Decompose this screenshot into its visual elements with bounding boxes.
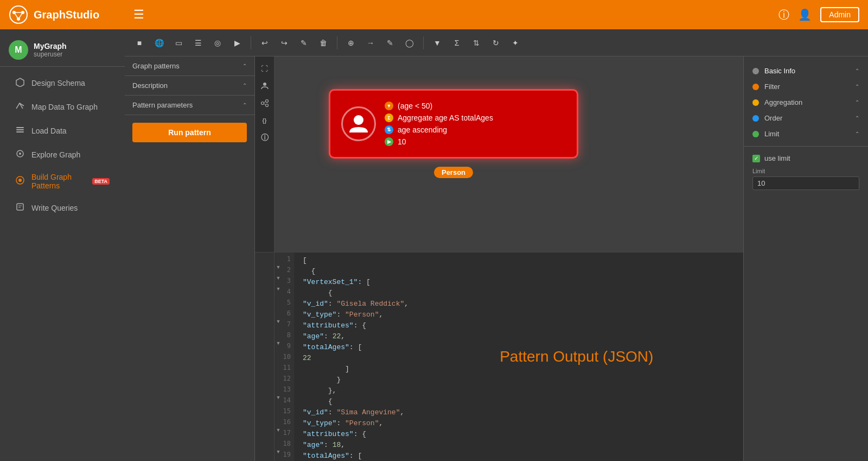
toolbar-refresh-btn[interactable]: ↻ — [488, 35, 504, 51]
line-toggle[interactable]: ▼ — [275, 449, 282, 454]
sidebar-item-map-data[interactable]: Map Data To Graph — [4, 96, 120, 118]
sidebar-item-explore-graph[interactable]: Explore Graph — [4, 143, 120, 166]
pattern-parameters-label: Pattern parameters — [132, 101, 193, 109]
line-toggle[interactable]: ▼ — [275, 427, 282, 433]
right-panel-order[interactable]: Order ⌃ — [744, 110, 868, 126]
info-btn[interactable]: ⓘ — [257, 130, 272, 146]
toolbar-star-btn[interactable]: ✦ — [507, 35, 524, 51]
user-info: MyGraph superuser — [34, 42, 67, 58]
middle-area: ⛶ {} ⓘ — [255, 56, 743, 461]
graph-canvas[interactable]: ▼ (age < 50) Σ Aggregate age AS totalAge… — [275, 56, 743, 252]
graph-patterns-header[interactable]: Graph patterns ⌃ — [125, 56, 254, 75]
sidebar-label-design-schema: Design Schema — [31, 79, 85, 87]
use-limit-checkbox[interactable]: ✓ — [752, 155, 760, 162]
explore-graph-icon — [15, 149, 25, 161]
line-toggle[interactable]: ▼ — [275, 264, 282, 270]
toolbar-redo-btn[interactable]: ↪ — [276, 35, 292, 51]
toolbar-add-btn[interactable]: ⊕ — [343, 35, 359, 51]
admin-button[interactable]: Admin — [820, 7, 859, 22]
right-panel-aggregation[interactable]: Aggregation ⌃ — [744, 94, 868, 110]
line-number: 16 — [282, 416, 294, 427]
brace: [ — [303, 256, 307, 264]
gutter-row: 12 — [275, 373, 294, 384]
svg-line-23 — [264, 102, 265, 103]
sidebar: M MyGraph superuser Design Schema Map Da… — [0, 29, 125, 461]
toolbar-pen-btn[interactable]: ✎ — [296, 35, 312, 51]
line-toggle[interactable]: ▼ — [275, 319, 282, 324]
gutter-row: 13 — [275, 384, 294, 395]
main-layout: M MyGraph superuser Design Schema Map Da… — [0, 29, 868, 461]
line-number: 8 — [282, 330, 294, 340]
gutter-row: ▼4 — [275, 286, 294, 297]
agg-badge: Σ — [385, 113, 393, 122]
avatar: M — [9, 40, 28, 60]
toolbar-sep-2 — [337, 36, 337, 49]
line-number: 5 — [282, 297, 294, 308]
user-role: superuser — [34, 50, 67, 58]
limit-input[interactable] — [752, 176, 859, 190]
svg-line-5 — [14, 12, 18, 19]
json-btn[interactable]: {} — [257, 113, 272, 128]
toolbar-list-btn[interactable]: ☰ — [190, 35, 206, 51]
line-toggle[interactable]: ▼ — [275, 395, 282, 400]
right-panel: Basic Info ⌃ Filter ⌃ Aggregation ⌃ Orde… — [743, 56, 868, 461]
line-number: 11 — [282, 362, 294, 373]
order-chevron: ⌃ — [855, 115, 859, 121]
toolbar-rect-btn[interactable]: ▭ — [170, 35, 187, 51]
toolbar-circle-btn[interactable]: ◯ — [401, 35, 418, 51]
gutter-row: 5 — [275, 297, 294, 308]
toolbar-delete-btn[interactable]: 🗑 — [315, 35, 331, 51]
toolbar-copy-btn[interactable]: ■ — [131, 35, 148, 51]
order-badge: ⇅ — [385, 125, 393, 134]
toolbar: ■ 🌐 ▭ ☰ ◎ ▶ ↩ ↪ ✎ 🗑 ⊕ → ✎ ◯ ▼ Σ ⇅ ↻ ✦ — [125, 29, 868, 56]
sidebar-item-build-graph-patterns[interactable]: Build Graph Patterns BETA — [4, 167, 120, 195]
gutter-row: ▼19 — [275, 449, 294, 460]
json-key: "v_type" — [303, 419, 336, 427]
gutter-row: 10 — [275, 351, 294, 362]
toolbar-filter-btn[interactable]: ▼ — [429, 35, 445, 51]
description-section: Description ⌃ — [125, 76, 254, 96]
toolbar-play-btn[interactable]: ▶ — [229, 35, 245, 51]
gutter-row: ▼2 — [275, 264, 294, 275]
run-pattern-button[interactable]: Run pattern — [132, 123, 247, 142]
sidebar-label-write-queries: Write Queries — [31, 204, 78, 212]
line-number: 19 — [282, 449, 294, 460]
right-panel-filter[interactable]: Filter ⌃ — [744, 79, 868, 94]
toolbar-sort-btn[interactable]: ⇅ — [468, 35, 484, 51]
line-number: 6 — [282, 308, 294, 319]
menu-icon[interactable]: ☰ — [133, 8, 778, 22]
svg-rect-11 — [16, 127, 24, 128]
nodes-btn[interactable] — [257, 96, 272, 111]
line-toggle[interactable]: ▼ — [275, 340, 282, 346]
svg-point-20 — [261, 102, 264, 105]
toolbar-global-btn[interactable]: 🌐 — [151, 35, 167, 51]
line-toggle[interactable]: ▼ — [275, 286, 282, 292]
toolbar-undo-btn[interactable]: ↩ — [257, 35, 273, 51]
line-toggle[interactable]: ▼ — [275, 275, 282, 281]
sidebar-item-write-queries[interactable]: Write Queries — [4, 197, 120, 219]
aggregation-dot — [752, 99, 759, 106]
json-key: "attributes" — [303, 321, 354, 330]
fullscreen-btn[interactable]: ⛶ — [257, 61, 272, 76]
right-panel-basic-info[interactable]: Basic Info ⌃ — [744, 63, 868, 79]
code-line: { — [294, 266, 743, 276]
person-btn[interactable] — [257, 78, 272, 93]
person-node[interactable]: ▼ (age < 50) Σ Aggregate age AS totalAge… — [329, 89, 578, 159]
logo-icon — [9, 5, 28, 24]
aggregation-label: Aggregation — [764, 98, 802, 106]
right-panel-limit[interactable]: Limit ⌃ — [744, 126, 868, 142]
toolbar-arrow-btn[interactable]: → — [362, 35, 379, 51]
node-prop-filter: ▼ (age < 50) — [385, 102, 493, 110]
description-header[interactable]: Description ⌃ — [125, 76, 254, 95]
content-area: ■ 🌐 ▭ ☰ ◎ ▶ ↩ ↪ ✎ 🗑 ⊕ → ✎ ◯ ▼ Σ ⇅ ↻ ✦ — [125, 29, 868, 461]
user-icon[interactable]: 👤 — [798, 8, 812, 21]
graph-patterns-label: Graph patterns — [132, 62, 180, 70]
sidebar-item-load-data[interactable]: Load Data — [4, 119, 120, 142]
sidebar-item-design-schema[interactable]: Design Schema — [4, 72, 120, 94]
pattern-parameters-header[interactable]: Pattern parameters ⌃ — [125, 96, 254, 115]
toolbar-sigma-btn[interactable]: Σ — [449, 35, 465, 51]
toolbar-edit-btn[interactable]: ✎ — [382, 35, 398, 51]
toolbar-target-btn[interactable]: ◎ — [209, 35, 226, 51]
info-icon[interactable]: ⓘ — [778, 8, 789, 22]
filter-text: (age < 50) — [398, 102, 432, 110]
